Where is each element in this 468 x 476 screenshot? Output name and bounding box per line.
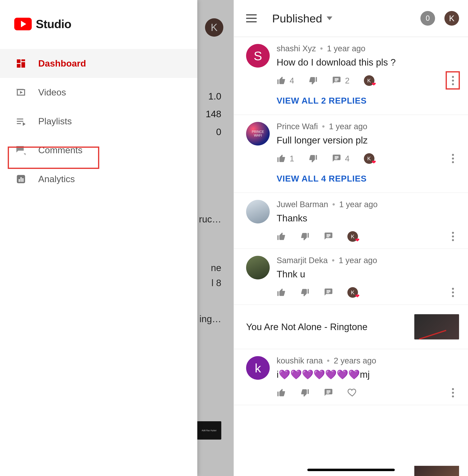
comment-time: 1 year ago: [329, 122, 367, 131]
more-options-icon[interactable]: [449, 152, 457, 165]
commenter-name[interactable]: Prince Wafi: [277, 122, 318, 131]
creator-heart-icon[interactable]: K: [347, 231, 358, 242]
dislike-button[interactable]: [300, 388, 309, 398]
commenter-name[interactable]: shashi Xyz: [277, 44, 316, 53]
sidebar-item-dashboard[interactable]: Dashboard: [0, 49, 197, 78]
comment-meta: Samarjit Deka • 1 year ago: [277, 256, 459, 265]
more-options-icon[interactable]: [449, 230, 457, 243]
comment-item: Juwel Barman • 1 year ago Thanks K: [234, 193, 468, 249]
svg-rect-7: [22, 178, 24, 182]
svg-rect-1: [21, 60, 25, 61]
heart-icon[interactable]: [347, 387, 357, 398]
comments-list: k koushik rana • 2 years ago i💜💜💜💜💜💜💜mj: [234, 349, 468, 405]
sidebar-item-analytics[interactable]: Analytics: [0, 165, 197, 194]
comment-time: 1 year ago: [339, 256, 377, 265]
filter-dropdown[interactable]: Published: [272, 12, 411, 25]
commenter-name[interactable]: koushik rana: [277, 356, 323, 365]
reply-button[interactable]: 4: [332, 154, 350, 163]
menu-icon[interactable]: [246, 14, 257, 22]
commenter-avatar[interactable]: S: [246, 44, 270, 68]
like-button[interactable]: [277, 288, 286, 297]
account-avatar[interactable]: K: [444, 11, 459, 26]
comment-item: S shashi Xyz • 1 year ago How do I downl…: [234, 37, 468, 115]
dislike-button[interactable]: [308, 76, 318, 85]
caret-down-icon: [327, 16, 332, 20]
comment-text: Thnk u: [277, 268, 459, 280]
comment-item: k koushik rana • 2 years ago i💜💜💜💜💜💜💜mj: [234, 349, 468, 405]
commenter-name[interactable]: Samarjit Deka: [277, 256, 328, 265]
dislike-button[interactable]: [300, 288, 309, 297]
like-button[interactable]: 4: [277, 76, 294, 85]
comment-meta: Prince Wafi • 1 year ago: [277, 122, 459, 131]
sidebar-item-playlists[interactable]: Playlists: [0, 107, 197, 136]
reply-count: 2: [345, 76, 350, 85]
svg-rect-2: [21, 62, 25, 68]
comment-meta: koushik rana • 2 years ago: [277, 356, 459, 365]
reply-button[interactable]: [324, 388, 333, 398]
dislike-button[interactable]: [300, 232, 309, 241]
creator-heart-icon[interactable]: K: [347, 287, 358, 298]
dashboard-icon: [15, 58, 27, 69]
commenter-avatar[interactable]: [246, 122, 270, 146]
like-count: 1: [290, 154, 294, 163]
like-button[interactable]: [277, 388, 286, 398]
sidebar-item-label: Videos: [38, 87, 182, 98]
comment-time: 1 year ago: [327, 44, 365, 53]
panel-right: Published 0 K S shashi Xyz • 1 year ago …: [234, 0, 468, 476]
creator-heart-icon[interactable]: K: [364, 153, 374, 164]
sidebar-item-comments[interactable]: Comments: [0, 136, 197, 165]
view-replies-link[interactable]: VIEW ALL 2 REPLIES: [277, 96, 459, 106]
sidebar-item-label: Analytics: [38, 174, 182, 184]
comment-item: Prince Wafi • 1 year ago Full longer ver…: [234, 115, 468, 193]
comment-item: Samarjit Deka • 1 year ago Thnk u K: [234, 249, 468, 305]
like-button[interactable]: 1: [277, 154, 294, 163]
comment-meta: Juwel Barman • 1 year ago: [277, 200, 459, 209]
comments-icon: [15, 145, 27, 156]
comment-text: How do I download this pls ?: [277, 56, 459, 69]
svg-rect-5: [19, 179, 20, 182]
commenter-avatar[interactable]: [246, 200, 270, 223]
reply-button[interactable]: 2: [332, 76, 350, 85]
svg-rect-3: [17, 64, 21, 68]
comments-list: S shashi Xyz • 1 year ago How do I downl…: [234, 37, 468, 305]
commenter-avatar[interactable]: [246, 256, 270, 279]
like-count: 4: [290, 76, 294, 85]
comment-text: Thanks: [277, 212, 459, 224]
comment-time: 2 years ago: [334, 356, 376, 365]
commenter-avatar[interactable]: k: [246, 356, 270, 380]
more-options-icon[interactable]: [449, 286, 457, 299]
sidebar-item-label: Playlists: [38, 116, 182, 127]
video-section-header[interactable]: You Are Not Alone - Ringtone: [234, 305, 468, 349]
svg-rect-0: [17, 60, 21, 63]
reply-button[interactable]: [324, 288, 333, 297]
videos-icon: [15, 87, 27, 98]
youtube-icon: [14, 18, 32, 30]
sidebar-item-videos[interactable]: Videos: [0, 78, 197, 107]
creator-heart-icon[interactable]: K: [364, 75, 374, 86]
commenter-name[interactable]: Juwel Barman: [277, 200, 328, 209]
more-options-icon[interactable]: [449, 74, 457, 87]
svg-rect-6: [21, 177, 22, 182]
brand[interactable]: Studio: [0, 0, 197, 49]
video-thumbnail-partial: [414, 466, 459, 476]
reply-button[interactable]: [324, 232, 333, 241]
home-indicator: [307, 469, 395, 471]
comment-text: Full longer version plz: [277, 134, 459, 147]
like-button[interactable]: [277, 232, 286, 241]
comment-time: 1 year ago: [339, 200, 378, 209]
video-title: You Are Not Alone - Ringtone: [246, 321, 367, 332]
sidebar-item-label: Dashboard: [38, 58, 182, 69]
comments-header: Published 0 K: [234, 0, 468, 37]
view-replies-link[interactable]: VIEW ALL 4 REPLIES: [277, 174, 459, 184]
sidebar-item-label: Comments: [38, 145, 182, 155]
dislike-button[interactable]: [308, 154, 318, 163]
panel-left: K 1.0 148 0 ruc… ne l 8 ing… Aditi Rao H…: [0, 0, 234, 476]
sidebar-drawer: Studio Dashboard Videos Playlists: [0, 0, 197, 476]
filter-label: Published: [272, 12, 322, 25]
reply-count: 4: [345, 154, 350, 163]
video-thumbnail: [414, 314, 459, 339]
held-count-badge[interactable]: 0: [420, 11, 435, 26]
brand-text: Studio: [36, 17, 71, 31]
more-options-icon[interactable]: [449, 386, 457, 399]
comment-text: i💜💜💜💜💜💜💜mj: [277, 368, 459, 381]
